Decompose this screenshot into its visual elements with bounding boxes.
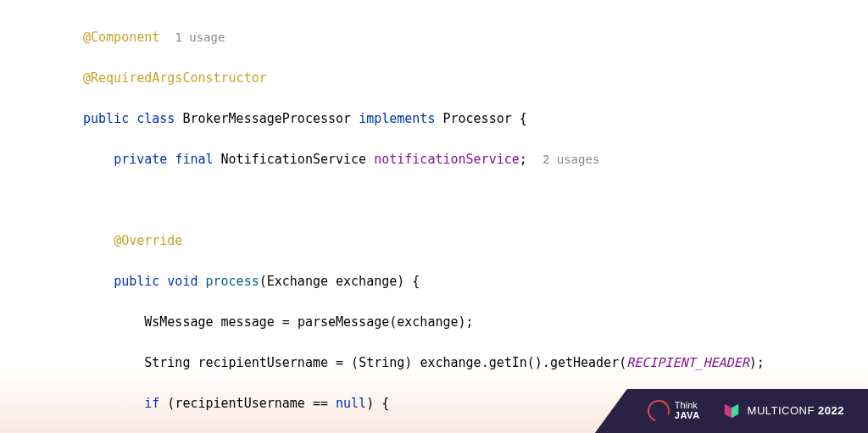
annotation-component: @Component <box>83 30 159 45</box>
var: message <box>221 314 275 330</box>
var: recipientUsername <box>198 355 328 370</box>
class-name: BrokerMessageProcessor <box>182 111 351 126</box>
keyword: public <box>114 274 159 289</box>
type: String <box>144 355 190 370</box>
keyword: private <box>114 152 167 167</box>
multiconf-year: 2022 <box>818 404 844 417</box>
type: NotificationService <box>221 152 367 167</box>
keyword: implements <box>359 111 435 126</box>
footer-banner: Think JAVA MULTICONF 2022 <box>595 389 868 433</box>
type: WsMessage <box>144 314 213 330</box>
banner-background: Think JAVA MULTICONF 2022 <box>595 389 868 433</box>
thinkjava-line2: JAVA <box>675 411 700 421</box>
multiconf-logo: MULTICONF 2022 <box>722 402 844 420</box>
param-type: Exchange <box>267 274 328 289</box>
keyword: if <box>144 396 159 411</box>
interface-name: Processor <box>442 111 511 126</box>
annotation-override: @Override <box>114 233 182 248</box>
keyword: public <box>83 111 129 126</box>
thinkjava-logo: Think JAVA <box>648 400 700 422</box>
inlay-hint: 1 usage <box>175 31 225 44</box>
constant: RECIPIENT_HEADER <box>626 355 749 370</box>
keyword: class <box>136 111 175 126</box>
keyword: final <box>175 152 213 167</box>
method-name: process <box>206 274 259 289</box>
thinkjava-icon <box>644 397 674 426</box>
inlay-hint: 2 usages <box>542 153 599 166</box>
field: notificationService <box>374 152 520 167</box>
multiconf-name: MULTICONF <box>748 404 815 417</box>
keyword: void <box>167 274 198 289</box>
param-name: exchange <box>336 274 397 289</box>
annotation-required-args: @RequiredArgsConstructor <box>83 70 267 86</box>
method-call: parseMessage <box>298 314 389 330</box>
code-block: @Component 1 usage @RequiredArgsConstruc… <box>0 0 868 433</box>
multiconf-icon <box>722 402 741 420</box>
